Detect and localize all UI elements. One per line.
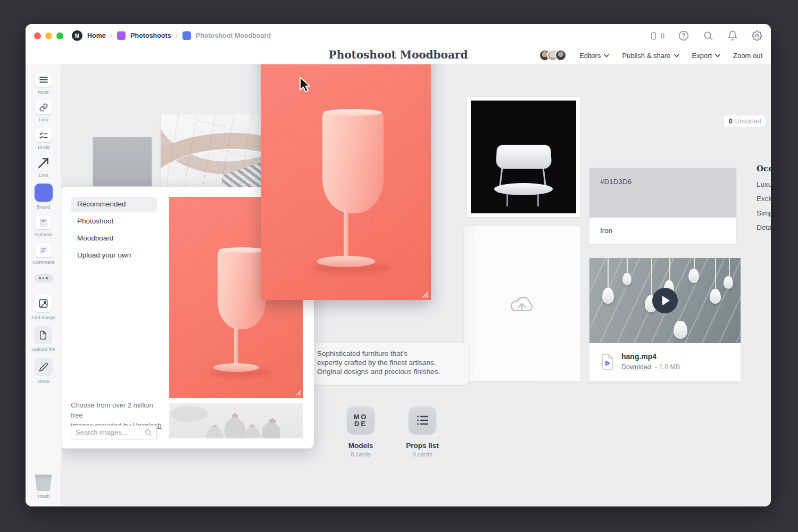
column-item[interactable]: Luxu xyxy=(757,180,771,188)
mobile-device-button[interactable]: 0 xyxy=(650,30,664,41)
unsorted-badge[interactable]: 0 Unsorted xyxy=(724,115,766,127)
board-title-label: Props list xyxy=(395,442,450,450)
tool-todo[interactable]: To-do xyxy=(35,128,52,150)
help-button[interactable] xyxy=(678,30,689,41)
editors-menu[interactable]: Editors xyxy=(579,52,609,60)
search-button[interactable] xyxy=(703,30,713,41)
avatar xyxy=(555,49,567,61)
tool-comment[interactable]: Comment xyxy=(32,243,54,265)
models-board-icon: MO DE xyxy=(347,406,375,434)
tool-upload-file[interactable]: Upload file xyxy=(31,326,55,352)
milanote-logo-icon[interactable]: M xyxy=(72,30,82,41)
play-icon xyxy=(662,296,670,305)
todo-icon xyxy=(39,131,48,139)
moodboard-board-icon[interactable] xyxy=(182,31,191,40)
board-tile-props-list[interactable]: Props list 0 cards xyxy=(395,406,450,458)
editor-avatars[interactable] xyxy=(539,49,567,61)
close-window-button[interactable] xyxy=(34,32,41,39)
tool-label: Column xyxy=(35,231,52,237)
unsorted-label: Unsorted xyxy=(735,118,761,125)
link-icon xyxy=(39,103,48,112)
zoom-window-button[interactable] xyxy=(56,32,63,39)
chevron-down-icon xyxy=(604,54,609,57)
breadcrumb-current: Photoshoot Moodboard xyxy=(196,32,271,39)
unsorted-count: 0 xyxy=(729,118,733,125)
selected-coral-image-card[interactable] xyxy=(261,45,431,300)
play-button[interactable] xyxy=(652,288,678,313)
family-photo-thumbnail[interactable] xyxy=(169,403,303,438)
gray-image-card[interactable] xyxy=(93,137,152,186)
color-swatch-card[interactable]: #D1D3D6 Iron xyxy=(589,168,736,244)
tab-photoshoot[interactable]: Photoshoot xyxy=(71,214,157,229)
cropped-column-card[interactable]: Ocea Luxu Exclu Simp Deta xyxy=(757,164,771,238)
tool-label: Board xyxy=(37,204,50,210)
tool-add-image[interactable]: Add image xyxy=(31,294,55,320)
mobile-count: 0 xyxy=(661,32,664,40)
text-note-card[interactable]: Sophisticated furniture that's expertly … xyxy=(310,343,468,385)
photoshoots-board-icon[interactable] xyxy=(117,31,126,40)
publish-share-label: Publish & share xyxy=(622,52,670,60)
tool-board[interactable]: Board xyxy=(35,184,53,210)
tab-moodboard[interactable]: Moodboard xyxy=(71,231,157,246)
comment-icon xyxy=(39,246,48,255)
tool-line[interactable]: Line xyxy=(35,156,52,178)
minimize-window-button[interactable] xyxy=(45,32,52,39)
settings-button[interactable] xyxy=(752,30,762,41)
goblet-photo-large xyxy=(261,45,431,300)
publish-share-menu[interactable]: Publish & share xyxy=(622,52,679,60)
title-bar-actions: Editors Publish & share Export Zoom out xyxy=(539,47,762,63)
board-icon xyxy=(35,184,53,202)
download-link[interactable]: Download xyxy=(621,363,651,371)
note-icon xyxy=(39,76,48,84)
trash-dropzone[interactable]: Trash xyxy=(34,475,53,499)
tool-label: Trash xyxy=(37,493,50,499)
tool-draw[interactable]: Draw xyxy=(35,358,53,384)
column-item[interactable]: Simp xyxy=(757,209,771,217)
search-icon xyxy=(703,30,713,41)
tool-link[interactable]: Link xyxy=(35,101,52,122)
zoom-out-button[interactable]: Zoom out xyxy=(733,52,762,60)
resize-handle[interactable] xyxy=(295,389,301,396)
board-tile-models[interactable]: MO DE Models 0 cards xyxy=(333,406,388,458)
column-item[interactable]: Exclu xyxy=(757,195,771,203)
chair-photo xyxy=(471,101,576,213)
column-item[interactable]: Deta xyxy=(757,223,771,231)
notifications-button[interactable] xyxy=(727,30,738,41)
more-tools-button[interactable] xyxy=(34,274,53,282)
trash-icon xyxy=(34,475,53,491)
breadcrumb-separator: / xyxy=(176,32,178,39)
header: M Home / Photoshoots / Photoshoot Moodbo… xyxy=(26,24,771,64)
mouse-cursor-icon xyxy=(299,77,311,93)
breadcrumb-separator: / xyxy=(111,32,112,39)
tab-upload-your-own[interactable]: Upload your own xyxy=(71,248,157,263)
tool-label: Line xyxy=(39,172,48,178)
chair-image-card[interactable] xyxy=(467,97,580,217)
upload-file-icon xyxy=(38,330,48,340)
search-icon xyxy=(144,428,152,436)
chevron-down-icon xyxy=(674,54,679,57)
bell-icon xyxy=(727,30,738,41)
video-card[interactable]: hang.mp4 Download - 1.0 MB xyxy=(589,258,741,381)
tool-column[interactable]: Column xyxy=(35,215,52,237)
editors-label: Editors xyxy=(579,52,601,60)
note-text-line: expertly crafted by the finest artisans. xyxy=(317,358,461,367)
tab-recommended[interactable]: Recommended xyxy=(71,197,157,212)
title-bar: Photoshoot Moodboard Editors Publish & s… xyxy=(26,47,771,64)
breadcrumb-photoshoots[interactable]: Photoshoots xyxy=(130,32,171,39)
color-hex-label: #D1D3D6 xyxy=(600,178,631,186)
breadcrumb-home[interactable]: Home xyxy=(87,32,106,39)
tool-note[interactable]: Note xyxy=(35,73,52,95)
image-search-box xyxy=(71,425,157,439)
gear-icon xyxy=(752,30,762,41)
mobile-icon xyxy=(650,30,658,41)
video-thumbnail xyxy=(589,258,741,343)
window-controls xyxy=(34,32,63,39)
image-source-tabs: Recommended Photoshoot Moodboard Upload … xyxy=(71,197,157,265)
resize-handle[interactable] xyxy=(421,290,429,298)
video-size: - 1.0 MB xyxy=(655,363,680,371)
draw-pencil-icon xyxy=(39,362,48,372)
export-menu[interactable]: Export xyxy=(692,52,721,60)
column-title: Ocea xyxy=(757,164,771,173)
upload-placeholder-card[interactable] xyxy=(464,226,580,381)
search-images-input[interactable] xyxy=(76,428,144,436)
